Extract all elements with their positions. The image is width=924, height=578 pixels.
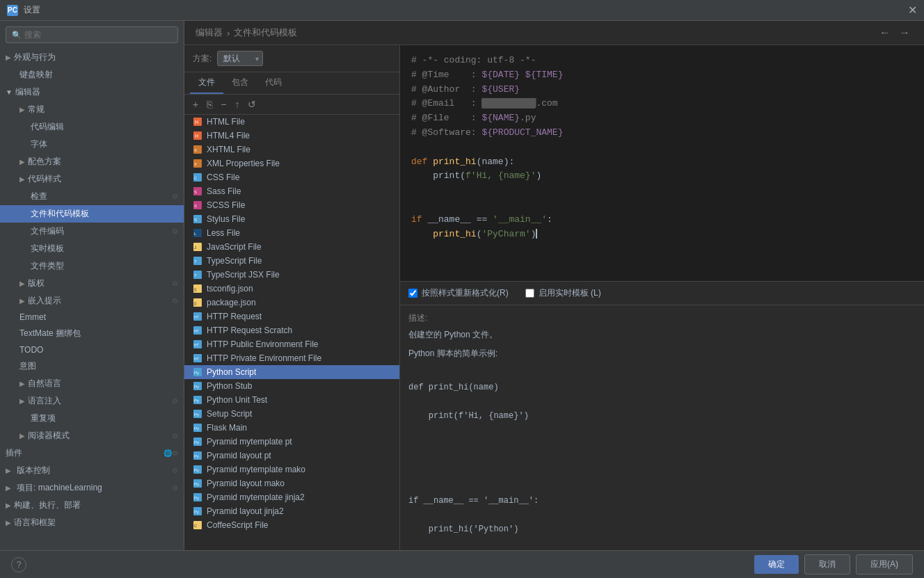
file-item-js[interactable]: J JavaScript File	[184, 240, 399, 254]
sidebar-item-font[interactable]: 字体	[0, 136, 184, 153]
file-item-http-private[interactable]: HT HTTP Private Environment File	[184, 351, 399, 365]
file-item-python-script[interactable]: Py Python Script	[184, 365, 399, 379]
file-icon-http-scratch: HT	[193, 326, 202, 335]
file-item-tsconfig[interactable]: {} tsconfig.json	[184, 282, 399, 296]
arrow-icon: ▶	[6, 467, 11, 474]
sidebar-item-todo[interactable]: TODO	[0, 342, 184, 358]
close-button[interactable]: ✕	[908, 3, 917, 17]
sidebar-item-file-encoding[interactable]: 文件编码 ⚙	[0, 223, 184, 240]
file-item-setup-script[interactable]: Py Setup Script	[184, 407, 399, 421]
reformat-label[interactable]: 按照样式重新格式化(R)	[422, 287, 509, 299]
sidebar-item-copyright[interactable]: ▶ 版权 ⚙	[0, 275, 184, 292]
arrow-icon: ▶	[6, 501, 11, 509]
sidebar-item-natural-lang[interactable]: ▶ 自然语言	[0, 375, 184, 392]
file-item-html[interactable]: H HTML File	[184, 115, 399, 129]
help-button[interactable]: ?	[11, 557, 26, 572]
file-item-tsx[interactable]: T TypeScript JSX File	[184, 268, 399, 282]
file-item-coffeescript[interactable]: C CoffeeScript File	[184, 518, 399, 532]
file-item-http-request[interactable]: HT HTTP Request	[184, 310, 399, 323]
sidebar-item-editor[interactable]: ▼ 编辑器	[0, 83, 184, 101]
sidebar-item-plugins[interactable]: 插件 🌐⚙	[0, 444, 184, 462]
live-template-label[interactable]: 启用实时模板 (L)	[539, 287, 601, 299]
file-item-python-unit[interactable]: Py Python Unit Test	[184, 393, 399, 407]
live-template-checkbox[interactable]	[525, 289, 534, 298]
sidebar-item-lang-inject[interactable]: ▶ 语言注入 ⚙	[0, 392, 184, 410]
code-editor[interactable]: # -*- coding: utf-8 -*- # @Time : ${DATE…	[400, 45, 924, 282]
sidebar-item-file-types[interactable]: 文件类型	[0, 257, 184, 275]
sidebar-item-code-style[interactable]: ▶ 代码样式	[0, 170, 184, 188]
description-area: 描述: 创建空的 Python 文件。 Python 脚本的简单示例: def …	[400, 305, 924, 550]
svg-text:C: C	[194, 524, 198, 528]
file-item-scss[interactable]: S SCSS File	[184, 198, 399, 212]
copy-template-button[interactable]: ⎘	[204, 97, 215, 111]
remove-template-button[interactable]: −	[218, 97, 229, 111]
file-item-xml-props[interactable]: X XML Properties File	[184, 156, 399, 170]
file-item-css[interactable]: C CSS File	[184, 170, 399, 184]
sidebar-item-file-templates[interactable]: 文件和代码模板	[0, 205, 184, 223]
arrow-icon: ▶	[6, 519, 11, 527]
file-item-label: JavaScript File	[207, 242, 262, 252]
search-box[interactable]: 🔍	[6, 26, 178, 43]
sidebar-item-intentions[interactable]: 意图	[0, 358, 184, 375]
file-item-pyramid-layout-mako[interactable]: Py Pyramid layout mako	[184, 476, 399, 490]
file-item-http-scratch[interactable]: HT HTTP Request Scratch	[184, 323, 399, 337]
tab-code[interactable]: 代码	[257, 72, 290, 94]
file-item-flask-main[interactable]: Py Flask Main	[184, 421, 399, 435]
search-input[interactable]	[24, 30, 172, 40]
sidebar-item-inlay-hints[interactable]: ▶ 嵌入提示 ⚙	[0, 292, 184, 310]
sidebar-item-code-editing[interactable]: 代码编辑	[0, 118, 184, 136]
add-template-button[interactable]: +	[190, 97, 201, 111]
file-icon-coffee: C	[193, 520, 202, 530]
sidebar-item-build[interactable]: ▶ 构建、执行、部署	[0, 497, 184, 514]
revert-button[interactable]: ↺	[245, 97, 259, 111]
sidebar-item-textmate[interactable]: TextMate 捆绑包	[0, 325, 184, 342]
sidebar-item-reader-mode[interactable]: ▶ 阅读器模式 ⚙	[0, 427, 184, 444]
cancel-button[interactable]: 取消	[804, 554, 850, 575]
sidebar-item-vcs[interactable]: ▶ 版本控制 ⚙	[0, 462, 184, 479]
code-line: # @Software: ${PRODUCT_NAME}	[411, 126, 913, 141]
file-item-http-public[interactable]: HT HTTP Public Environment File	[184, 337, 399, 351]
svg-text:S: S	[194, 218, 197, 222]
confirm-button[interactable]: 确定	[754, 555, 799, 574]
move-up-button[interactable]: ↑	[232, 97, 242, 111]
code-line	[411, 141, 913, 155]
sidebar-item-emmet[interactable]: Emmet	[0, 310, 184, 325]
tab-includes[interactable]: 包含	[223, 72, 257, 94]
file-item-sass[interactable]: S Sass File	[184, 184, 399, 198]
sidebar-item-appearance[interactable]: ▶ 外观与行为	[0, 49, 184, 66]
sidebar-item-repeat[interactable]: 重复项	[0, 410, 184, 427]
apply-button[interactable]: 应用(A)	[856, 554, 913, 575]
file-item-pyramid-jinja2[interactable]: Py Pyramid mytemplate jinja2	[184, 490, 399, 504]
scheme-select[interactable]: 默认 自定义	[217, 51, 263, 66]
file-item-stylus[interactable]: S Stylus File	[184, 212, 399, 226]
file-list: H HTML File H HTML4 File X	[184, 115, 399, 550]
tab-files[interactable]: 文件	[190, 72, 223, 94]
nav-back-button[interactable]: ←	[877, 26, 893, 39]
sidebar-item-color-scheme[interactable]: ▶ 配色方案	[0, 153, 184, 170]
sidebar-item-project[interactable]: ▶ 项目: machineLearning ⚙	[0, 479, 184, 497]
file-item-xhtml[interactable]: X XHTML File	[184, 143, 399, 156]
settings-icon2: ⚙	[172, 227, 178, 235]
reformat-checkbox[interactable]	[408, 289, 417, 298]
file-item-ts[interactable]: T TypeScript File	[184, 254, 399, 268]
sidebar-item-keymap[interactable]: 键盘映射	[0, 66, 184, 83]
settings-icon: ⚙	[172, 193, 178, 200]
file-item-python-stub[interactable]: Py Python Stub	[184, 379, 399, 393]
nav-forward-button[interactable]: →	[896, 26, 913, 39]
badge-icon: ⚙	[172, 280, 178, 287]
code-line: print_hi('PyCharm')	[411, 227, 913, 242]
sidebar-item-inspection[interactable]: 检查 ⚙	[0, 188, 184, 205]
file-item-pyramid-layout-pt[interactable]: Py Pyramid layout pt	[184, 449, 399, 463]
sidebar-item-lang-framework[interactable]: ▶ 语言和框架	[0, 514, 184, 531]
file-icon-pyramid-layout-mako: Py	[193, 479, 202, 488]
sidebar-item-general[interactable]: ▶ 常规	[0, 101, 184, 118]
sidebar-item-live-templates[interactable]: 实时模板	[0, 240, 184, 257]
file-item-package-json[interactable]: {} package.json	[184, 296, 399, 310]
file-item-less[interactable]: L Less File	[184, 226, 399, 240]
breadcrumb-separator: ›	[227, 28, 230, 38]
file-item-pyramid-layout-jinja2[interactable]: Py Pyramid layout jinja2	[184, 504, 399, 518]
file-item-html4[interactable]: H HTML4 File	[184, 129, 399, 143]
nav-buttons: ← →	[877, 26, 913, 39]
file-item-pyramid-pt[interactable]: Py Pyramid mytemplate pt	[184, 435, 399, 449]
file-item-pyramid-mako[interactable]: Py Pyramid mytemplate mako	[184, 463, 399, 476]
